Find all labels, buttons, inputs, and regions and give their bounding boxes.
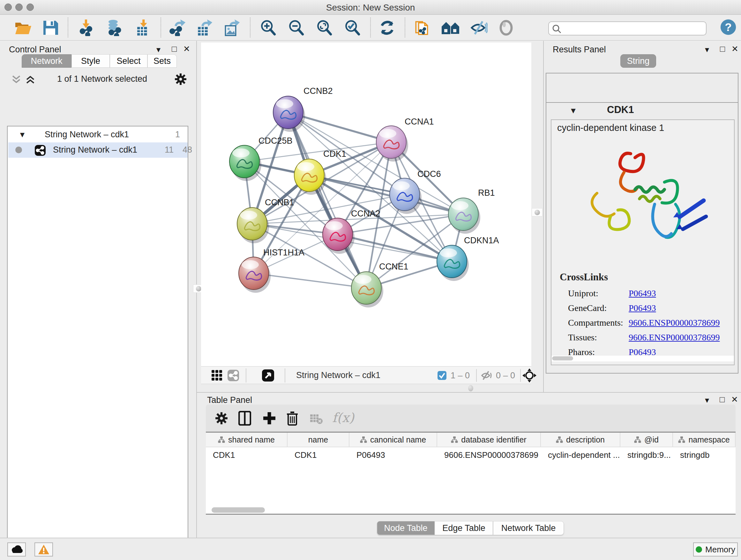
crosslink-link[interactable]: 9606.ENSP00000378699 [629, 332, 720, 343]
toolbar-divider [68, 17, 68, 37]
right-splitter-handle[interactable] [532, 208, 542, 216]
network-node-ccne1[interactable]: CCNE1 [351, 262, 408, 307]
table-cell[interactable]: CDK1 [287, 450, 349, 460]
overview-icon[interactable] [441, 19, 461, 36]
close-panel-icon[interactable]: ✕ [183, 44, 190, 54]
table-cell[interactable]: cyclin-dependent ... [541, 450, 620, 460]
zoom-in-icon[interactable] [259, 19, 277, 36]
table-cell[interactable]: stringdb:9... [620, 450, 673, 460]
network-row[interactable]: String Network – cdk1 11 48 [8, 142, 188, 158]
zoom-out-icon[interactable] [287, 19, 305, 36]
crosslink-link[interactable]: P06493 [629, 288, 656, 299]
tab-select[interactable]: Select [110, 54, 147, 68]
selected-checkbox-icon[interactable] [437, 371, 447, 380]
tab-string[interactable]: String [620, 54, 656, 68]
network-edge[interactable] [288, 112, 366, 288]
add-column-icon[interactable] [263, 412, 276, 425]
tab-edge-table[interactable]: Edge Table [434, 521, 493, 535]
tab-network[interactable]: Network [22, 54, 71, 68]
crosslink-label: Compartments: [568, 318, 629, 328]
network-canvas[interactable]: CCNB2CCNA1CDC25BCDK1CDC6RB1CCNB1CCNA2CDK… [201, 43, 531, 366]
tree-expander-icon[interactable]: ▼ [18, 130, 26, 139]
tab-node-table[interactable]: Node Table [377, 521, 434, 535]
crosslink-link[interactable]: P06493 [629, 303, 656, 313]
open-in-window-icon[interactable] [262, 369, 274, 382]
network-node-ccna1[interactable]: CCNA1 [376, 117, 434, 162]
column-header-shared-name[interactable]: shared name [206, 433, 287, 447]
delete-column-icon[interactable] [286, 411, 298, 426]
zoom-fit-icon[interactable] [315, 19, 333, 36]
network-node-ccna2[interactable]: CCNA2 [323, 209, 381, 254]
cloud-button[interactable] [7, 543, 26, 557]
column-header--id[interactable]: @id [620, 433, 673, 447]
settings-gear-icon[interactable] [174, 73, 187, 85]
tab-style[interactable]: Style [71, 54, 110, 68]
help-icon[interactable]: ? [719, 19, 737, 36]
export-network-icon[interactable] [169, 19, 187, 36]
node-table[interactable]: shared namenamecanonical namedatabase id… [206, 432, 736, 515]
column-header-name[interactable]: name [287, 433, 349, 447]
tab-network-table[interactable]: Network Table [493, 521, 564, 535]
results-panel-title: Results Panel [553, 45, 606, 55]
table-settings-gear-icon[interactable] [215, 412, 228, 425]
memory-button[interactable]: Memory [693, 543, 738, 557]
close-panel-icon[interactable]: ✕ [731, 44, 738, 54]
table-cell[interactable]: CDK1 [206, 450, 287, 460]
network-graph[interactable]: CCNB2CCNA1CDC25BCDK1CDC6RB1CCNB1CCNA2CDK… [201, 43, 531, 366]
toolbar-divider [160, 17, 161, 37]
hide-selected-icon[interactable] [470, 19, 488, 36]
section-expander-icon[interactable]: ▼ [569, 106, 577, 115]
table-row[interactable]: CDK1CDK1P064939606.ENSP00000378699cyclin… [206, 447, 736, 462]
import-network-icon[interactable] [78, 19, 96, 36]
table-cell[interactable]: stringdb [673, 450, 736, 460]
network-edge[interactable] [254, 273, 366, 288]
network-node-cdkn1a[interactable]: CDKN1A [437, 236, 499, 281]
import-table-icon[interactable] [134, 19, 152, 36]
close-panel-icon[interactable]: ✕ [731, 395, 738, 405]
tab-sets[interactable]: Sets [147, 54, 177, 68]
copy-document-icon[interactable] [414, 19, 431, 36]
warning-button[interactable] [35, 543, 53, 557]
crosslink-link[interactable]: 9606.ENSP00000378699 [629, 318, 720, 328]
expand-all-icon[interactable] [25, 75, 36, 84]
import-database-icon[interactable] [105, 19, 124, 36]
horizontal-splitter-handle[interactable] [468, 385, 473, 391]
table-hscroll-thumb[interactable] [212, 507, 265, 513]
collapse-all-icon[interactable] [11, 75, 22, 84]
show-columns-icon[interactable] [239, 411, 251, 426]
export-image-icon[interactable] [223, 19, 241, 36]
crosslink-label: Tissues: [568, 332, 629, 343]
float-panel-icon[interactable]: □ [720, 395, 725, 405]
save-session-icon[interactable] [42, 19, 59, 36]
table-cell[interactable]: P06493 [349, 450, 437, 460]
results-hscroll-thumb[interactable] [552, 356, 573, 361]
column-header-database-identifier[interactable]: database identifier [437, 433, 541, 447]
float-panel-icon[interactable]: □ [172, 44, 177, 54]
refresh-icon[interactable] [379, 19, 396, 36]
collapse-panel-icon[interactable]: ▾ [156, 45, 160, 55]
hidden-eye-icon[interactable] [481, 371, 493, 380]
network-node-ccnb2[interactable]: CCNB2 [273, 86, 333, 132]
collapse-panel-icon[interactable]: ▾ [705, 45, 709, 55]
collapse-panel-icon[interactable]: ▾ [705, 395, 709, 405]
column-header-canonical-name[interactable]: canonical name [349, 433, 437, 447]
grid-view-icon[interactable] [212, 370, 222, 381]
column-header-namespace[interactable]: namespace [673, 433, 736, 447]
column-header-description[interactable]: description [541, 433, 620, 447]
share-view-icon[interactable] [227, 369, 239, 381]
network-edge[interactable] [338, 234, 452, 261]
network-collection-row[interactable]: ▼ String Network – cdk1 1 [8, 128, 188, 142]
network-node-hist1h1a[interactable]: HIST1H1A [239, 248, 305, 293]
cloud-icon [10, 545, 23, 554]
open-session-icon[interactable] [14, 19, 32, 36]
network-node-rb1[interactable]: RB1 [448, 188, 495, 234]
crosshair-icon[interactable] [522, 368, 537, 383]
table-cell[interactable]: 9606.ENSP00000378699 [437, 450, 541, 460]
zoom-selected-icon[interactable] [343, 19, 361, 36]
float-panel-icon[interactable]: □ [720, 44, 725, 54]
show-eye-icon[interactable] [498, 19, 515, 36]
results-hscroll-track[interactable] [551, 356, 734, 361]
network-node-ccnb1[interactable]: CCNB1 [237, 198, 294, 243]
export-table-icon[interactable] [195, 19, 214, 36]
search-input[interactable] [564, 23, 701, 34]
